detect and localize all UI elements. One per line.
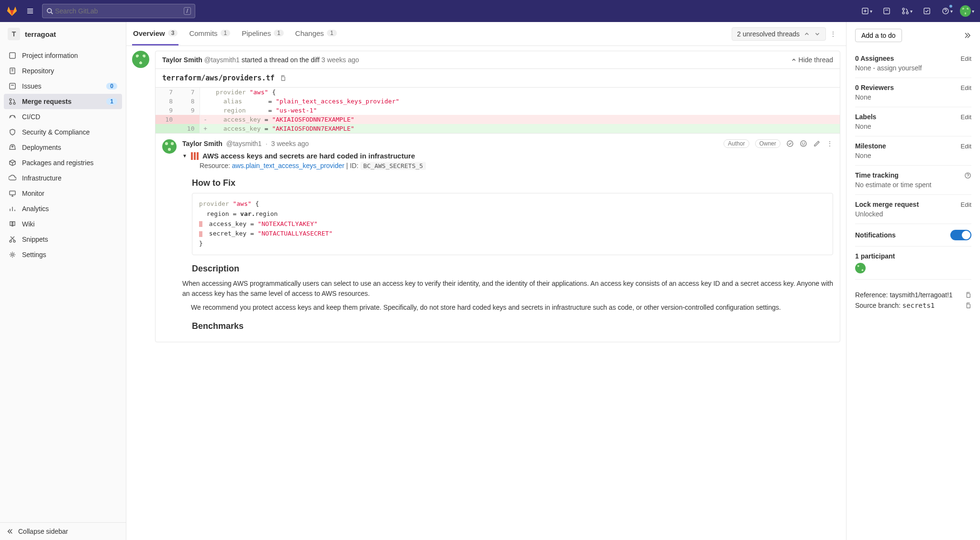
count-badge: 1 (106, 98, 117, 105)
svg-rect-26 (967, 304, 970, 308)
sidebar-item-packages[interactable]: Packages and registries (4, 155, 122, 170)
thread-meta: Taylor Smith @taysmith1 started a thread… (162, 56, 791, 64)
svg-point-23 (804, 143, 805, 144)
svg-point-22 (802, 143, 803, 144)
hide-thread-button[interactable]: Hide thread (791, 56, 833, 64)
thread-card: Taylor Smith @taysmith1 started a thread… (155, 51, 840, 342)
add-todo-button[interactable]: Add a to do (855, 29, 902, 42)
tab-label: Pipelines (242, 29, 271, 37)
sidebar-item-security[interactable]: Security & Compliance (4, 124, 122, 140)
user-handle[interactable]: @taysmith1 (226, 140, 262, 147)
project-header[interactable]: T terragoat (0, 22, 126, 46)
sidebar-item-project-info[interactable]: Project information (4, 48, 122, 63)
mr-actions-menu[interactable]: ⋮ (826, 30, 840, 38)
assignees-value[interactable]: None - assign yourself (855, 64, 971, 72)
sidebar-item-settings[interactable]: Settings (4, 247, 122, 262)
tab-pipelines[interactable]: Pipelines1 (241, 22, 285, 45)
participant-avatar[interactable] (855, 263, 866, 273)
thread-next-icon[interactable] (814, 31, 821, 37)
lock-title: Lock merge request (855, 201, 919, 208)
tab-commits[interactable]: Commits1 (188, 22, 231, 45)
thread-time: 3 weeks ago (322, 56, 359, 64)
notifications-toggle[interactable] (950, 230, 971, 240)
sidebar-item-deployments[interactable]: Deployments (4, 140, 122, 155)
branch-value: secrets1 (902, 302, 935, 309)
participants-title: 1 participant (855, 252, 971, 260)
hide-label: Hide thread (799, 56, 833, 64)
collapse-triangle-icon[interactable]: ▼ (182, 153, 187, 158)
edit-milestone[interactable]: Edit (961, 143, 971, 150)
tab-changes[interactable]: Changes1 (294, 22, 338, 45)
svg-rect-2 (884, 8, 890, 14)
role-owner: Owner (755, 139, 780, 148)
sidebar-item-label: Infrastructure (22, 174, 117, 182)
global-search[interactable]: / (42, 4, 195, 18)
search-icon (46, 8, 53, 14)
diff-minus-icon (199, 231, 202, 237)
resolve-icon[interactable] (786, 140, 794, 147)
project-badge: T (8, 28, 20, 40)
thread-prev-icon[interactable] (803, 31, 810, 37)
sidebar-item-monitor[interactable]: Monitor (4, 186, 122, 201)
gitlab-logo[interactable] (6, 5, 18, 17)
sidebar-item-label: Project information (22, 52, 117, 59)
more-icon[interactable]: ⋮ (826, 140, 833, 147)
search-input[interactable] (53, 5, 184, 17)
user-name[interactable]: Taylor Smith (182, 140, 223, 147)
menu-icon[interactable] (23, 4, 37, 18)
tab-label: Commits (189, 29, 217, 37)
copy-reference-icon[interactable] (965, 292, 971, 298)
tab-overview[interactable]: Overview3 (132, 22, 178, 45)
milestone-title: Milestone (855, 142, 886, 150)
reference-value: taysmith1/terragoat!1 (890, 291, 953, 299)
svg-rect-19 (281, 77, 285, 80)
count-badge: 0 (106, 83, 117, 90)
sidebar-item-snippets[interactable]: Snippets (4, 232, 122, 247)
edit-labels[interactable]: Edit (961, 113, 971, 121)
count-pill: 1 (274, 30, 284, 36)
sidebar-item-label: Settings (22, 251, 117, 259)
create-new-icon[interactable] (859, 4, 874, 18)
emoji-icon[interactable] (800, 140, 807, 147)
issues-icon[interactable] (880, 4, 894, 18)
collapse-sidebar-button[interactable]: Collapse sidebar (0, 522, 126, 540)
help-icon[interactable] (964, 172, 971, 179)
edit-assignees[interactable]: Edit (961, 55, 971, 62)
thread-author-avatar[interactable] (132, 51, 149, 68)
benchmarks-heading: Benchmarks (192, 321, 833, 331)
collapse-sidebar-icon[interactable] (964, 32, 971, 39)
sidebar-item-label: CI/CD (22, 113, 117, 121)
edit-lock[interactable]: Edit (961, 201, 971, 208)
sidebar-item-repository[interactable]: Repository (4, 63, 122, 79)
todos-icon[interactable] (920, 4, 934, 18)
sidebar-item-analytics[interactable]: Analytics (4, 201, 122, 216)
edit-reviewers[interactable]: Edit (961, 84, 971, 91)
edit-icon[interactable] (813, 140, 821, 147)
help-icon[interactable] (940, 4, 954, 18)
resource-link[interactable]: aws.plain_text_access_keys_provider (232, 162, 345, 169)
svg-rect-25 (967, 293, 970, 297)
copy-branch-icon[interactable] (965, 302, 971, 309)
sidebar-item-merge-requests[interactable]: Merge requests1 (4, 94, 122, 109)
user-menu[interactable] (960, 4, 974, 18)
mr-tabs: Overview3 Commits1 Pipelines1 Changes1 2… (126, 22, 846, 46)
collapse-label: Collapse sidebar (18, 528, 68, 535)
sidebar-item-infrastructure[interactable]: Infrastructure (4, 170, 122, 186)
user-handle[interactable]: @taysmith1 (204, 56, 240, 64)
user-name[interactable]: Taylor Smith (162, 56, 202, 64)
branch-label: Source branch: (855, 302, 902, 309)
svg-rect-8 (10, 53, 15, 58)
description-paragraph: When accessing AWS programmatically user… (182, 279, 833, 299)
sidebar-item-wiki[interactable]: Wiki (4, 216, 122, 232)
sidebar-item-label: Repository (22, 67, 117, 75)
time-tracking-value: No estimate or time spent (855, 181, 971, 189)
svg-point-12 (10, 102, 11, 104)
diff-file-path[interactable]: terraform/aws/providers.tf (162, 74, 275, 82)
comment-author-avatar[interactable] (162, 139, 177, 154)
sidebar-item-issues[interactable]: Issues0 (4, 79, 122, 94)
copy-path-icon[interactable] (279, 75, 286, 81)
svg-point-13 (13, 102, 15, 104)
unresolved-threads: 2 unresolved threads (732, 27, 826, 41)
merge-requests-icon[interactable] (900, 4, 914, 18)
sidebar-item-cicd[interactable]: CI/CD (4, 109, 122, 124)
